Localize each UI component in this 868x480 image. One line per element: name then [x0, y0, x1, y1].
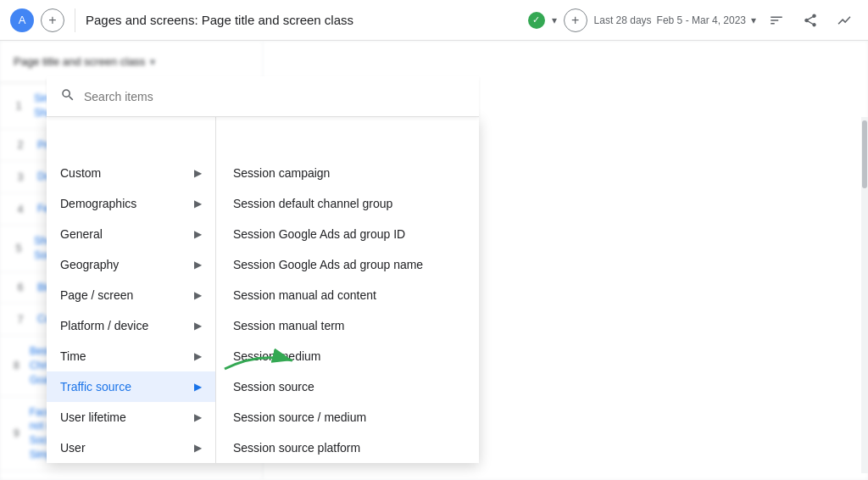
date-range-value: Feb 5 - Mar 4, 2023 [657, 14, 746, 26]
date-range: Last 28 days Feb 5 - Mar 4, 2023 ▾ [594, 14, 756, 26]
chevron-right-icon: ▶ [194, 320, 202, 332]
search-input[interactable] [84, 90, 465, 103]
menu-item-demographics[interactable]: Demographics ▶ [47, 188, 215, 219]
menu-item-user[interactable]: User ▶ [47, 433, 215, 463]
chevron-right-icon: ▶ [194, 289, 202, 301]
submenu-item-session-source-platform[interactable]: Session source platform [216, 433, 479, 463]
search-bar [47, 76, 479, 117]
top-nav: A + Pages and screens: Page title and sc… [0, 0, 868, 41]
dropdown-overlay: Custom ▶ Demographics ▶ General ▶ Geogra… [0, 41, 868, 480]
submenu-item-session-source-medium[interactable]: Session source / medium [216, 402, 479, 433]
chevron-right-icon: ▶ [194, 228, 202, 240]
menu-item-traffic-source[interactable]: Traffic source ▶ [47, 371, 215, 402]
date-range-label: Last 28 days [594, 14, 652, 26]
main-area: Page title and screen class ▾ 1 Simple S… [0, 41, 868, 480]
scrollbar[interactable] [861, 117, 868, 473]
chevron-right-icon: ▶ [194, 198, 202, 209]
status-check-icon: ✓ [528, 12, 545, 29]
avatar[interactable]: A [10, 8, 34, 32]
submenu-item-session-manual-term[interactable]: Session manual term [216, 310, 479, 341]
category-menu: Custom ▶ Demographics ▶ General ▶ Geogra… [47, 117, 216, 463]
nav-divider [75, 8, 75, 32]
submenu-item-session-medium[interactable]: Session medium [216, 341, 479, 371]
analytics-icon[interactable] [831, 7, 858, 34]
submenu-item-session-default-channel[interactable]: Session default channel group [216, 188, 479, 219]
menu-item-geography[interactable]: Geography ▶ [47, 249, 215, 280]
submenu-item-session-google-ads-id[interactable]: Session Google Ads ad group ID [216, 219, 479, 249]
chevron-right-icon: ▶ [194, 442, 202, 454]
menu-item-page-screen[interactable]: Page / screen ▶ [47, 280, 215, 310]
submenu-item-session-campaign[interactable]: Session campaign [216, 158, 479, 188]
page-title: Pages and screens: Page title and screen… [86, 13, 521, 27]
chevron-right-icon: ▶ [194, 411, 202, 423]
date-range-caret[interactable]: ▾ [751, 14, 756, 26]
submenu-item-session-manual-content[interactable]: Session manual ad content [216, 280, 479, 310]
menu-item-custom[interactable]: Custom ▶ [47, 158, 215, 188]
chevron-right-icon: ▶ [194, 167, 202, 179]
scrollbar-thumb [862, 120, 867, 188]
menu-item-user-lifetime[interactable]: User lifetime ▶ [47, 402, 215, 433]
add-comparison-button[interactable]: + [564, 8, 587, 32]
search-icon [60, 87, 75, 106]
add-property-button[interactable]: + [41, 8, 64, 32]
nav-icons [763, 7, 858, 34]
menu-item-general[interactable]: General ▶ [47, 219, 215, 249]
chevron-right-icon: ▶ [194, 381, 202, 393]
submenu-item-session-google-ads-name[interactable]: Session Google Ads ad group name [216, 249, 479, 280]
title-dropdown-button[interactable]: ▾ [552, 14, 557, 26]
menu-item-time[interactable]: Time ▶ [47, 341, 215, 371]
share-button[interactable] [797, 7, 824, 34]
submenu-panel: Session campaign Session default channel… [216, 117, 479, 463]
submenu-item-session-source[interactable]: Session source [216, 371, 479, 402]
customize-report-button[interactable] [763, 7, 790, 34]
chevron-right-icon: ▶ [194, 350, 202, 362]
chevron-right-icon: ▶ [194, 259, 202, 271]
menu-item-platform-device[interactable]: Platform / device ▶ [47, 310, 215, 341]
dropdown-menu: Custom ▶ Demographics ▶ General ▶ Geogra… [47, 117, 479, 463]
